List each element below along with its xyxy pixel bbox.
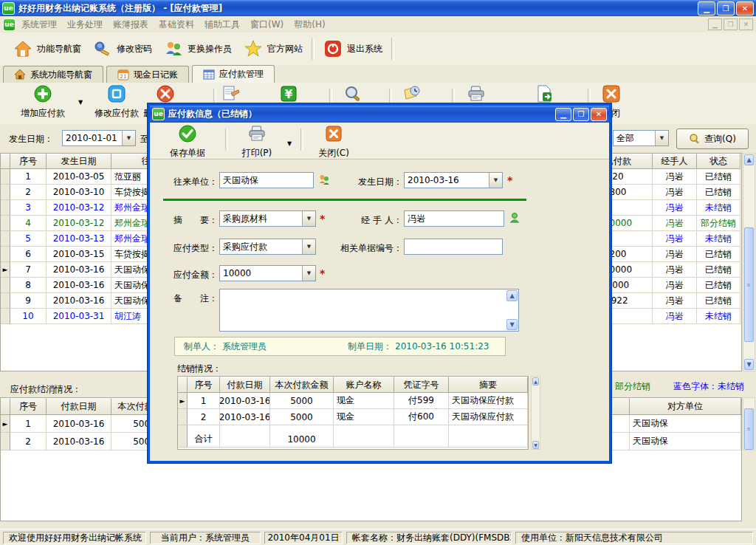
settlement-table-scrollbar[interactable]: ≡ (743, 397, 755, 450)
menu-business[interactable]: 业务处理 (67, 18, 103, 31)
minimize-button[interactable]: ▁ (698, 1, 715, 16)
print-button[interactable]: 打印(P) (231, 124, 283, 160)
cell-seq: 2 (188, 409, 220, 425)
column-header-sel[interactable] (178, 377, 188, 393)
cell-date: 2010-03-16 (47, 293, 111, 309)
dialog-minimize-button[interactable]: ▁ (555, 108, 571, 121)
note-scroll-up-icon[interactable]: ▲ (506, 290, 518, 301)
date-field-combo[interactable]: 2010-03-16 (404, 172, 503, 188)
scrollbar-thumb[interactable]: ≡ (744, 227, 754, 342)
handler-field[interactable]: 冯岩 (404, 210, 504, 227)
official-site-button[interactable]: 官方网站 (238, 36, 309, 61)
menu-help[interactable]: 帮助(H) (294, 18, 325, 31)
dropdown-arrow-icon[interactable] (655, 131, 668, 145)
column-header-date[interactable]: 付款日期 (220, 377, 270, 393)
grid-icon (203, 69, 215, 80)
mdi-minimize-button[interactable]: ▁ (708, 18, 722, 30)
date-from-combo[interactable]: 2010-01-01 (62, 130, 136, 146)
column-header-sel[interactable] (1, 154, 10, 169)
select-handler-person-icon[interactable] (509, 212, 520, 224)
column-header-unit[interactable]: 对方单位 (630, 398, 741, 415)
tab-nav-window[interactable]: 系统功能导航窗 (3, 66, 103, 83)
dialog-restore-button[interactable]: ❐ (573, 108, 589, 121)
calendar-icon: 21 (117, 69, 129, 80)
add-payable-button[interactable]: 增加应付款 (9, 84, 77, 120)
column-header-summary[interactable]: 摘要 (449, 377, 528, 393)
nav-window-button[interactable]: 功能导航窗 (7, 36, 87, 61)
switch-user-icon (164, 39, 183, 58)
column-header-amount[interactable]: 本次付款金额 (270, 377, 334, 393)
svg-text:21: 21 (120, 74, 127, 80)
print-list-button[interactable] (459, 84, 493, 106)
menu-basedata[interactable]: 基础资料 (159, 18, 194, 31)
export-button[interactable] (527, 84, 561, 106)
column-header-seq[interactable]: 序号 (188, 377, 220, 393)
menu-window[interactable]: 窗口(W) (250, 18, 284, 31)
add-dropdown-caret-icon[interactable]: ▼ (78, 99, 83, 106)
menu-reports[interactable]: 账簿报表 (113, 18, 148, 31)
exit-system-button[interactable]: 退出系统 (317, 36, 388, 61)
printer-icon (247, 124, 267, 143)
scroll-down-icon[interactable]: ▼ (744, 359, 754, 370)
cell-status: 已结销 (697, 278, 740, 293)
change-password-button[interactable]: 修改密码 (87, 36, 158, 61)
select-unit-people-icon[interactable] (318, 174, 330, 185)
scroll-up-icon[interactable]: ▲ (744, 154, 754, 165)
column-header-status[interactable]: 状态 (697, 154, 740, 169)
dropdown-arrow-icon[interactable] (302, 239, 315, 254)
menu-system[interactable]: 系统管理 (21, 18, 57, 31)
table-row[interactable]: 12010-03-165000现金付599天国动保应付款 (178, 393, 528, 409)
cell-date: 2010-03-12 (47, 200, 111, 216)
dropdown-arrow-icon[interactable] (302, 211, 315, 226)
search-button[interactable] (336, 84, 370, 106)
restore-button[interactable]: ❐ (717, 1, 735, 16)
column-header-seq[interactable]: 序号 (10, 398, 47, 415)
column-header-date[interactable]: 发生日期 (47, 154, 111, 169)
column-header-account[interactable]: 账户名称 (334, 377, 394, 393)
menu-tools[interactable]: 辅助工具 (205, 18, 240, 31)
column-header-date[interactable]: 付款日期 (47, 398, 111, 415)
scroll-up-icon[interactable]: ▲ (532, 377, 539, 385)
dialog-close-button[interactable]: ✕ (591, 108, 607, 121)
tab-payable-management[interactable]: 应付款管理 (192, 65, 275, 83)
dropdown-arrow-icon[interactable] (122, 131, 135, 145)
toolbar-separator (300, 128, 303, 151)
row-selector-arrow-icon (178, 393, 188, 409)
amount-field-combo[interactable]: 10000 (219, 265, 316, 281)
column-header-handler[interactable]: 经手人 (653, 154, 697, 169)
payable-table-scrollbar[interactable]: ▲ ≡ ▼ (743, 153, 755, 371)
scroll-down-icon[interactable]: ▼ (532, 441, 539, 449)
export-doc-icon (535, 84, 554, 103)
ref-field[interactable] (404, 239, 503, 255)
print-dropdown-caret-icon[interactable]: ▼ (287, 140, 292, 147)
mdi-close-button[interactable]: ✕ (739, 18, 753, 30)
yen-settle-button[interactable]: ¥ (272, 84, 306, 106)
settle-table-scrollbar[interactable]: ▲ ▼ (531, 376, 540, 450)
settle-doc-button[interactable] (214, 84, 248, 106)
mdi-restore-button[interactable]: ❐ (724, 18, 738, 30)
status-account-set: 帐套名称：财务出纳账套(DDY)(FMSDB20 (346, 532, 512, 544)
table-row[interactable]: 合计10000 (178, 431, 528, 448)
note-textarea[interactable] (219, 289, 519, 332)
close-button[interactable]: ✕ (736, 1, 754, 16)
query-button[interactable]: 查询(Q) (676, 128, 749, 149)
column-header-voucher[interactable]: 凭证字号 (394, 377, 449, 393)
query-magnifier-icon (689, 133, 701, 145)
scrollbar-thumb[interactable]: ≡ (744, 408, 754, 450)
note-scroll-down-icon[interactable]: ▼ (506, 319, 518, 330)
column-header-sel[interactable] (1, 398, 10, 415)
dropdown-arrow-icon[interactable] (302, 266, 315, 281)
dropdown-arrow-icon[interactable] (489, 173, 502, 188)
unit-field[interactable]: 天国动保 (219, 172, 314, 188)
history-button[interactable] (396, 84, 430, 106)
tab-cash-journal[interactable]: 21 现金日记账 (106, 66, 189, 83)
column-header-seq[interactable]: 序号 (10, 154, 47, 169)
type-field-combo[interactable]: 采购应付款 (219, 239, 316, 255)
status-filter-combo[interactable]: 全部 (613, 130, 669, 146)
table-row[interactable] (178, 425, 528, 431)
table-row[interactable]: 22010-03-165000现金付600天国动保应付款 (178, 409, 528, 425)
save-doc-button[interactable]: 保存单据 (159, 124, 216, 160)
dialog-close-toolbar-button[interactable]: 关闭(C) (308, 124, 360, 160)
summary-field-combo[interactable]: 采购原材料 (219, 210, 316, 227)
switch-operator-button[interactable]: 更换操作员 (158, 36, 238, 61)
